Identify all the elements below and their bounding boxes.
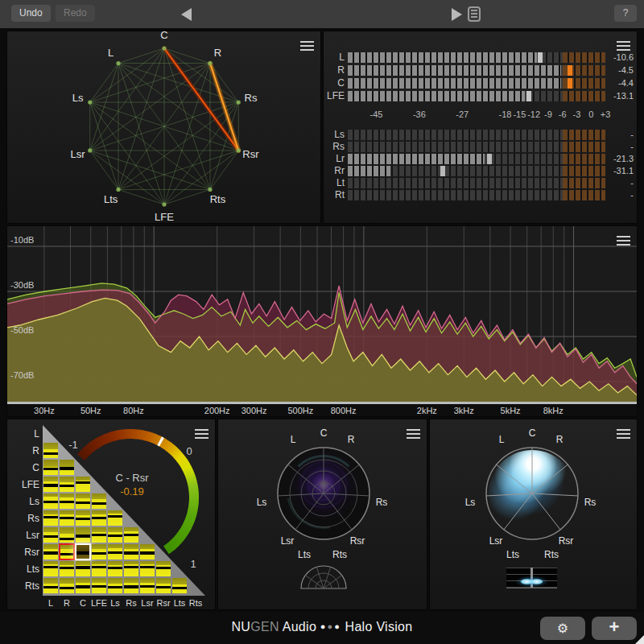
- density-label-rts: Rts: [544, 549, 559, 560]
- matrix-cell[interactable]: [60, 578, 74, 593]
- matrix-cell[interactable]: [92, 561, 106, 576]
- matrix-cell[interactable]: [140, 544, 155, 559]
- matrix-cell[interactable]: [92, 510, 106, 526]
- matrix-cell[interactable]: [60, 477, 74, 492]
- matrix-cell[interactable]: [76, 510, 90, 526]
- matrix-col-label: R: [58, 598, 76, 608]
- density-label-l: L: [499, 434, 505, 445]
- matrix-row-label: R: [7, 445, 39, 456]
- matrix-cell[interactable]: [43, 578, 58, 593]
- matrix-cell[interactable]: [76, 493, 90, 509]
- matrix-cell[interactable]: [156, 561, 171, 576]
- surround-radar-panel: C L R Ls Rs Lsr Rsr Lts Rts: [217, 419, 427, 610]
- web-channel-label: Lsr: [70, 148, 85, 160]
- meter-scale-label: -6: [559, 109, 567, 119]
- matrix-cell[interactable]: [43, 544, 58, 559]
- matrix-cell[interactable]: [60, 561, 74, 576]
- menu-icon[interactable]: [407, 429, 420, 439]
- menu-icon[interactable]: [617, 429, 630, 439]
- density-label-rs: Rs: [584, 497, 597, 508]
- matrix-cell[interactable]: [92, 544, 106, 559]
- matrix-cell[interactable]: [43, 443, 58, 458]
- meter-bar: [348, 154, 605, 164]
- channel-web-panel: CRRsRsrRtsLFELtsLsrLsL: [6, 31, 321, 224]
- matrix-cell[interactable]: [60, 460, 74, 475]
- matrix-cell[interactable]: [124, 527, 138, 543]
- density-label-r: R: [556, 434, 564, 445]
- matrix-cell[interactable]: [76, 561, 90, 576]
- matrix-col-label: L: [42, 598, 60, 608]
- matrix-cell[interactable]: [43, 561, 58, 576]
- meter-row: LFE-13.1: [324, 91, 637, 101]
- matrix-col-label: Rs: [122, 598, 140, 608]
- matrix-cell[interactable]: [60, 493, 74, 509]
- meter-scale-label: -12: [527, 109, 540, 119]
- freq-axis-label: 500Hz: [287, 406, 313, 415]
- matrix-cell[interactable]: [108, 544, 122, 559]
- menu-icon[interactable]: [195, 429, 208, 439]
- matrix-cell[interactable]: [43, 493, 58, 509]
- matrix-cell[interactable]: [43, 460, 58, 475]
- matrix-cell[interactable]: [108, 561, 122, 576]
- matrix-cell[interactable]: [172, 578, 187, 593]
- meter-scale-label: -18: [499, 109, 512, 119]
- matrix-cell[interactable]: [60, 527, 74, 543]
- spectrum-graph: -10dB-30dB-50dB-70dB30Hz50Hz80Hz200Hz300…: [7, 226, 637, 416]
- matrix-col-label: Lts: [171, 598, 188, 608]
- matrix-row-label: Lts: [7, 564, 39, 575]
- matrix-cell[interactable]: [108, 510, 122, 526]
- matrix-cell[interactable]: [76, 477, 90, 492]
- matrix-cell[interactable]: [124, 561, 138, 576]
- matrix-cell[interactable]: [92, 493, 106, 509]
- matrix-cell[interactable]: [76, 578, 90, 593]
- redo-button[interactable]: Redo: [56, 5, 95, 22]
- meter-scale-label: -36: [413, 109, 426, 119]
- matrix-cell[interactable]: [60, 510, 74, 526]
- matrix-row-label: Ls: [7, 496, 39, 507]
- menu-icon[interactable]: [300, 41, 314, 51]
- web-channel-label: Lts: [104, 193, 118, 205]
- matrix-col-label: Lsr: [138, 598, 156, 608]
- level-meters-panel: L-10.6R-4.5C-4.4LFE-13.1 -45-36-27-18-15…: [323, 31, 638, 224]
- freq-axis-label: 3kHz: [454, 406, 474, 415]
- matrix-cell[interactable]: [124, 544, 138, 559]
- radar-label-r: R: [348, 434, 355, 445]
- matrix-cell[interactable]: [92, 527, 106, 543]
- matrix-cell[interactable]: [43, 510, 58, 526]
- resize-grip[interactable]: [635, 635, 644, 644]
- channel-web-graph: CRRsRsrRtsLFELtsLsrLsL: [7, 31, 320, 223]
- db-axis-label: -50dB: [10, 325, 34, 335]
- matrix-cell[interactable]: [140, 578, 155, 593]
- meter-bar: [348, 142, 605, 152]
- add-button[interactable]: +: [592, 617, 637, 640]
- matrix-cell[interactable]: [43, 477, 58, 492]
- matrix-cell[interactable]: [76, 544, 90, 559]
- skip-back-icon[interactable]: [181, 8, 192, 21]
- play-icon[interactable]: [452, 8, 462, 21]
- correlation-matrix-panel: LLRRCCLFELFELsLsRsRsLsrLsrRsrRsrLtsLtsRt…: [6, 419, 216, 610]
- matrix-cell[interactable]: [140, 561, 155, 576]
- web-channel-label: LFE: [155, 211, 174, 223]
- matrix-cell[interactable]: [108, 578, 122, 593]
- radar-label-rsr: Rsr: [350, 535, 365, 547]
- matrix-cell[interactable]: [92, 578, 106, 593]
- brand-audio: Audio: [283, 620, 316, 634]
- freq-axis-label: 50Hz: [80, 406, 101, 415]
- web-channel-label: Ls: [72, 92, 84, 104]
- menu-icon[interactable]: [617, 41, 630, 51]
- meter-row: Lt-: [324, 178, 637, 188]
- radar-label-l: L: [291, 434, 296, 445]
- matrix-cell[interactable]: [76, 527, 90, 543]
- settings-button[interactable]: ⚙: [540, 617, 585, 640]
- undo-button[interactable]: Undo: [11, 5, 51, 22]
- matrix-col-label: Rsr: [155, 598, 172, 608]
- matrix-cell[interactable]: [60, 544, 74, 559]
- menu-icon[interactable]: [617, 236, 630, 246]
- matrix-cell[interactable]: [156, 578, 171, 593]
- help-button[interactable]: ?: [614, 5, 637, 22]
- log-icon[interactable]: [468, 6, 481, 22]
- matrix-cell[interactable]: [43, 527, 58, 543]
- matrix-cell[interactable]: [124, 578, 138, 593]
- matrix-cell[interactable]: [108, 527, 122, 543]
- brand-dots: ●●●: [320, 621, 341, 631]
